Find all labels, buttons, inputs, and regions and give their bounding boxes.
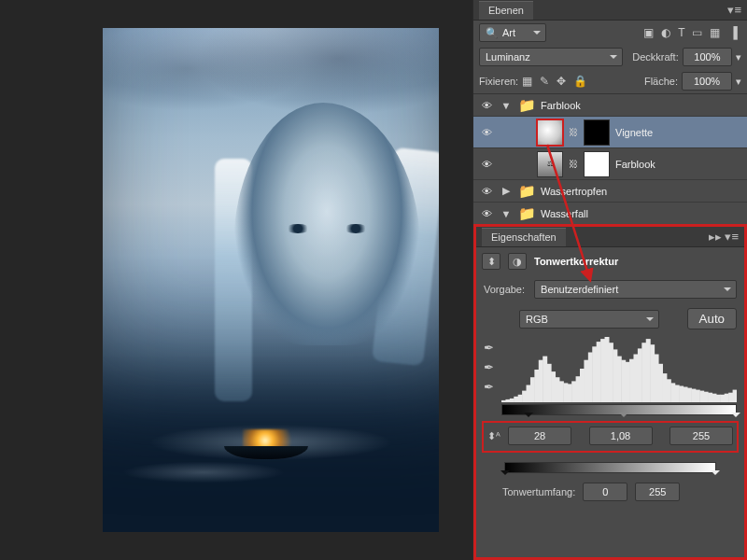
- panel-menu-icon[interactable]: ▾≡: [727, 3, 741, 17]
- layer-group-wasserfall[interactable]: 👁 ▼ 📁 Wasserfall: [473, 203, 747, 225]
- svg-rect-33: [638, 348, 642, 402]
- visibility-icon[interactable]: 👁: [479, 186, 494, 197]
- gray-eyedropper-icon[interactable]: ✒: [484, 360, 494, 374]
- output-white-field[interactable]: 255: [635, 483, 680, 501]
- layer-name: Farblook: [541, 100, 581, 111]
- levels-icon[interactable]: ⬍: [482, 253, 500, 270]
- svg-rect-37: [655, 355, 659, 403]
- document-preview[interactable]: [103, 28, 439, 532]
- svg-rect-23: [597, 342, 601, 402]
- svg-rect-22: [592, 346, 597, 402]
- svg-rect-40: [667, 379, 671, 402]
- svg-rect-14: [559, 381, 564, 402]
- svg-rect-11: [547, 364, 552, 402]
- output-label: Tonwertumfang:: [502, 486, 575, 497]
- opacity-input[interactable]: 100%: [683, 48, 732, 66]
- mask-thumb[interactable]: [584, 151, 610, 177]
- output-black-slider[interactable]: [500, 470, 510, 480]
- svg-rect-36: [650, 344, 655, 402]
- visibility-icon[interactable]: 👁: [479, 100, 494, 111]
- svg-rect-35: [646, 339, 651, 402]
- panel-menu-icon[interactable]: ▸▸ ▾≡: [709, 230, 739, 244]
- svg-rect-38: [658, 364, 663, 402]
- output-black-field[interactable]: 0: [583, 483, 627, 501]
- adjustment-thumb[interactable]: [537, 119, 563, 146]
- output-white-slider[interactable]: [711, 470, 720, 480]
- input-gamma-field[interactable]: 1,08: [589, 427, 653, 445]
- fill-input[interactable]: 100%: [682, 72, 732, 91]
- black-eyedropper-icon[interactable]: ✒: [484, 341, 494, 355]
- layer-group-farblook[interactable]: 👁 ▼ 📁 Farblook: [473, 94, 747, 117]
- mask-thumb[interactable]: [584, 119, 610, 146]
- canvas-area: [0, 0, 472, 560]
- lock-all-icon[interactable]: 🔒: [573, 75, 587, 88]
- svg-rect-51: [712, 394, 716, 402]
- visibility-icon[interactable]: 👁: [479, 159, 494, 170]
- lock-position-icon[interactable]: ✥: [557, 75, 566, 88]
- filter-smart-icon[interactable]: ▦: [710, 26, 720, 39]
- fill-label: Fläche:: [644, 76, 678, 87]
- svg-rect-9: [539, 360, 543, 402]
- svg-rect-49: [704, 392, 709, 402]
- channel-dropdown[interactable]: RGB: [519, 310, 659, 329]
- properties-panel-tab[interactable]: Eigenschaften ▸▸ ▾≡: [476, 227, 744, 247]
- mask-icon[interactable]: ◑: [508, 253, 527, 270]
- folder-icon: 📁: [518, 97, 535, 114]
- twirl-right-icon[interactable]: ▶: [500, 185, 513, 197]
- svg-rect-13: [555, 377, 559, 402]
- layer-name: Wasserfall: [541, 208, 588, 219]
- svg-rect-47: [696, 390, 700, 402]
- filter-type-icon[interactable]: T: [678, 26, 684, 39]
- visibility-icon[interactable]: 👁: [479, 208, 494, 219]
- svg-rect-50: [708, 393, 712, 402]
- twirl-down-icon[interactable]: ▼: [500, 208, 513, 219]
- svg-rect-26: [609, 343, 613, 402]
- filter-pixel-icon[interactable]: ▣: [643, 26, 654, 39]
- svg-rect-43: [679, 386, 684, 403]
- layers-panel-tab[interactable]: Ebenen ▾≡: [473, 0, 747, 21]
- svg-rect-0: [501, 400, 506, 402]
- layer-farblook[interactable]: 👁 ⚖ ⛓ Farblook: [473, 148, 747, 180]
- lock-transparency-icon[interactable]: ▦: [522, 75, 532, 88]
- svg-rect-46: [691, 389, 696, 402]
- adjustment-thumb[interactable]: ⚖: [537, 151, 563, 177]
- folder-icon: 📁: [518, 183, 535, 200]
- twirl-down-icon[interactable]: ▼: [500, 100, 513, 111]
- svg-rect-44: [684, 387, 688, 403]
- layers-list: 👁 ▼ 📁 Farblook 👁 ⛓ Vignette 👁 ⚖ ⛓ Farblo…: [473, 93, 747, 225]
- filter-shape-icon[interactable]: ▭: [692, 26, 702, 39]
- gamma-slider[interactable]: [619, 413, 628, 422]
- histogram[interactable]: [501, 337, 737, 410]
- lock-paint-icon[interactable]: ✎: [540, 75, 549, 88]
- svg-rect-31: [629, 359, 634, 402]
- input-white-field[interactable]: 255: [669, 427, 733, 445]
- link-icon: ⛓: [569, 127, 578, 137]
- fill-stepper-icon[interactable]: ▾: [736, 76, 741, 88]
- visibility-icon[interactable]: 👁: [479, 127, 494, 138]
- output-gradient[interactable]: [504, 462, 716, 473]
- blend-mode-dropdown[interactable]: Luminanz: [479, 48, 623, 66]
- auto-button[interactable]: Auto: [687, 308, 737, 329]
- layer-vignette[interactable]: 👁 ⛓ Vignette: [473, 117, 747, 148]
- white-eyedropper-icon[interactable]: ✒: [484, 380, 494, 394]
- opacity-stepper-icon[interactable]: ▾: [736, 51, 741, 63]
- preset-dropdown[interactable]: Benutzerdefiniert: [534, 280, 737, 299]
- svg-rect-24: [600, 339, 605, 402]
- filter-toggle-icon[interactable]: ▌: [733, 26, 741, 39]
- preset-label: Vorgabe:: [484, 284, 525, 295]
- layer-group-wassertropfen[interactable]: 👁 ▶ 📁 Wassertropfen: [473, 180, 747, 203]
- input-black-field[interactable]: 28: [508, 427, 571, 445]
- svg-rect-55: [728, 393, 733, 402]
- svg-rect-27: [613, 349, 617, 402]
- adjustment-name: Tonwertkorrektur: [534, 256, 618, 267]
- svg-rect-19: [580, 369, 585, 402]
- white-point-slider[interactable]: [731, 413, 740, 422]
- svg-rect-32: [633, 355, 638, 403]
- svg-rect-4: [518, 395, 523, 402]
- input-gradient[interactable]: [501, 404, 737, 415]
- filter-adjustment-icon[interactable]: ◐: [661, 26, 670, 39]
- layer-filter-dropdown[interactable]: 🔍 Art: [479, 23, 546, 42]
- black-point-slider[interactable]: [524, 413, 533, 422]
- svg-rect-53: [720, 395, 725, 402]
- svg-rect-18: [576, 376, 581, 402]
